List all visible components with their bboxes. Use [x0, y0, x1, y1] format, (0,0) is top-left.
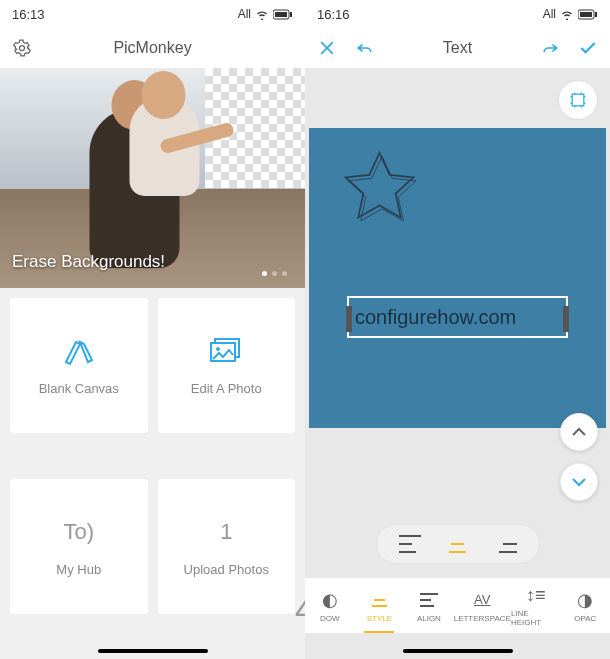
tab-shadow[interactable]: ◐DOW — [305, 578, 355, 633]
photo-icon — [208, 335, 244, 367]
tab-opacity[interactable]: ◑OPAC — [560, 578, 610, 633]
home-indicator[interactable] — [403, 649, 513, 653]
wifi-icon — [255, 9, 269, 20]
card-label: Blank Canvas — [39, 381, 119, 396]
settings-icon[interactable] — [12, 38, 32, 58]
card-label: Upload Photos — [184, 562, 269, 577]
blank-canvas-card[interactable]: Blank Canvas — [10, 298, 148, 433]
align-center-option[interactable] — [447, 535, 469, 553]
undo-icon[interactable] — [355, 38, 375, 58]
status-net: All — [543, 7, 556, 21]
hero-banner[interactable]: Erase Backgrounds! — [0, 68, 305, 288]
carousel-dots — [262, 271, 287, 276]
tab-letterspace[interactable]: AVLETTERSPACE — [454, 578, 511, 633]
picmonkey-home-screen: 16:13 All PicMonkey Erase Backgrounds! B… — [0, 0, 305, 659]
my-hub-card[interactable]: To) My Hub — [10, 479, 148, 614]
upload-photos-card[interactable]: 1 Upload Photos — [158, 479, 296, 614]
expand-down-button[interactable] — [560, 463, 598, 501]
text-editor-screen: 16:16 All Text configurehow.com — [305, 0, 610, 659]
editor-header: Text — [305, 28, 610, 68]
editor-title: Text — [443, 39, 472, 57]
hero-people-image — [59, 88, 229, 268]
text-content[interactable]: configurehow.com — [355, 306, 516, 329]
hub-icon: To) — [61, 516, 97, 548]
edit-photo-card[interactable]: Edit A Photo — [158, 298, 296, 433]
battery-icon — [273, 9, 293, 20]
svg-rect-1 — [275, 12, 287, 17]
status-time: 16:16 — [317, 7, 350, 22]
text-layer[interactable]: configurehow.com — [347, 296, 568, 338]
tab-align[interactable]: ALIGN — [404, 578, 454, 633]
home-indicator[interactable] — [98, 649, 208, 653]
text-tool-tabs: ◐DOW STYLE ALIGN AVLETTERSPACE ↕≡LINE HE… — [305, 577, 610, 633]
hero-caption: Erase Backgrounds! — [12, 252, 165, 272]
canvas[interactable]: configurehow.com — [309, 128, 606, 428]
svg-rect-8 — [595, 12, 597, 17]
align-left-option[interactable] — [399, 535, 421, 553]
app-header: PicMonkey — [0, 28, 305, 68]
wifi-icon — [560, 9, 574, 20]
align-right-option[interactable] — [495, 535, 517, 553]
redo-icon[interactable] — [540, 38, 560, 58]
resize-handle-right[interactable] — [563, 306, 569, 332]
status-time: 16:13 — [12, 7, 45, 22]
svg-rect-7 — [580, 12, 592, 17]
crop-button[interactable] — [558, 80, 598, 120]
pencils-icon — [61, 335, 97, 367]
tab-style[interactable]: STYLE — [355, 578, 405, 633]
resize-handle-left[interactable] — [346, 306, 352, 332]
star-shape[interactable] — [337, 146, 422, 231]
alignment-selector — [376, 524, 540, 564]
status-bar: 16:16 All — [305, 0, 610, 28]
status-bar: 16:13 All — [0, 0, 305, 28]
card-label: Edit A Photo — [191, 381, 262, 396]
tab-lineheight[interactable]: ↕≡LINE HEIGHT — [511, 578, 561, 633]
svg-point-5 — [216, 347, 220, 351]
close-icon[interactable] — [317, 38, 337, 58]
action-grid: Blank Canvas Edit A Photo To) My Hub 1 U… — [0, 288, 305, 659]
status-net: All — [238, 7, 251, 21]
svg-rect-2 — [290, 12, 292, 17]
canvas-area[interactable]: configurehow.com 4 A ◐DOW STYLE ALIGN AV… — [305, 68, 610, 659]
confirm-icon[interactable] — [578, 38, 598, 58]
svg-rect-9 — [572, 94, 584, 106]
battery-icon — [578, 9, 598, 20]
collapse-up-button[interactable] — [560, 413, 598, 451]
card-label: My Hub — [56, 562, 101, 577]
app-title: PicMonkey — [113, 39, 191, 57]
upload-icon: 1 — [208, 516, 244, 548]
